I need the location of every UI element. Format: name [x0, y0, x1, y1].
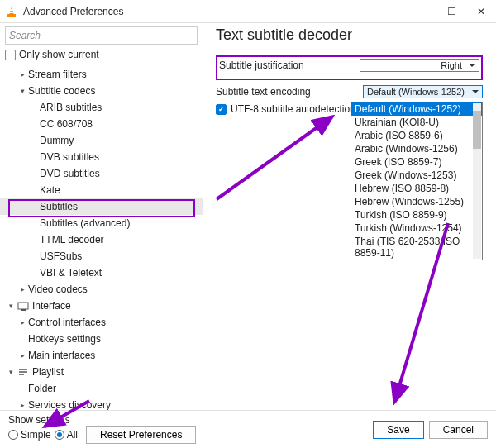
encoding-option[interactable]: Thai (TIS 620-2533/ISO 8859-11) [351, 235, 482, 260]
tree-item-label: Dummy [40, 135, 74, 146]
svg-rect-1 [7, 14, 16, 17]
autodetect-label: UTF-8 subtitle autodetection [231, 103, 355, 115]
svg-rect-4 [18, 303, 28, 309]
tree-item-label: USFSubs [40, 250, 82, 262]
save-button[interactable]: Save [373, 421, 423, 439]
chevron-right-icon: ▸ [17, 285, 28, 293]
encoding-option[interactable]: Turkish (ISO 8859-9) [351, 208, 482, 222]
tree-item-label: VBI & Teletext [40, 267, 102, 279]
chevron-right-icon: ▸ [17, 351, 28, 360]
tree-item-hotkeys-settings[interactable]: Hotkeys settings [0, 331, 203, 347]
tree-item-folder[interactable]: Folder [0, 380, 203, 397]
tree-item-label: Subtitle codecs [28, 85, 95, 97]
tree-item-video-codecs[interactable]: ▸Video codecs [0, 281, 203, 298]
encoding-option[interactable]: Ukrainian (KOI8-U) [351, 116, 482, 129]
window-title: Advanced Preferences [23, 6, 407, 17]
checkbox-checked-icon: ✓ [216, 104, 227, 115]
svg-rect-3 [10, 12, 14, 13]
encoding-option[interactable]: Greek (ISO 8859-7) [351, 155, 482, 169]
svg-rect-5 [21, 309, 26, 311]
vlc-icon [5, 5, 18, 18]
justification-label: Subtitle justification [219, 60, 353, 71]
tree-item-label: Hotkeys settings [28, 333, 101, 345]
tree-item-vbi-teletext[interactable]: VBI & Teletext [0, 265, 203, 281]
tree-item-label: Stream filters [28, 69, 87, 80]
maximize-button[interactable]: ☐ [436, 0, 466, 23]
tree-item-cc-608-708[interactable]: CC 608/708 [0, 116, 203, 132]
justification-highlight: Subtitle justification Right [216, 55, 483, 80]
bottom-bar: Show settings Simple All Reset Preferenc… [0, 410, 496, 448]
tree-item-label: Control interfaces [28, 317, 106, 328]
minimize-button[interactable]: — [407, 0, 436, 23]
tree-item-usfsubs[interactable]: USFSubs [0, 248, 203, 265]
tree-item-subtitles-advanced-[interactable]: Subtitles (advanced) [0, 215, 203, 231]
chevron-right-icon: ▸ [17, 70, 28, 79]
chevron-right-icon: ▸ [17, 401, 28, 409]
encoding-label: Subtitle text encoding [216, 86, 356, 98]
tree-item-kate[interactable]: Kate [0, 182, 203, 198]
chevron-right-icon: ▸ [17, 318, 28, 326]
checkbox-icon: ✓ [5, 50, 16, 60]
tree-item-playlist[interactable]: ▾Playlist [0, 364, 203, 380]
tree-item-label: Playlist [32, 366, 64, 378]
only-show-current-checkbox[interactable]: ✓ [5, 50, 16, 60]
dropdown-scroll-thumb[interactable] [473, 111, 481, 149]
tree-item-arib-subtitles[interactable]: ARIB subtitles [0, 99, 203, 116]
panel-title: Text subtitle decoder [216, 26, 483, 44]
autodetect-checkbox[interactable]: ✓ UTF-8 subtitle autodetection [216, 103, 355, 115]
encoding-select[interactable]: Default (Windows-1252) [363, 85, 483, 98]
encoding-option[interactable]: Arabic (ISO 8859-6) [351, 129, 482, 142]
justification-select[interactable]: Right [360, 59, 479, 72]
encoding-option[interactable]: Hebrew (Windows-1255) [351, 195, 482, 208]
all-radio[interactable]: All [55, 429, 78, 441]
search-input[interactable]: Search [5, 26, 198, 45]
tree-item-label: DVD subtitles [40, 168, 100, 179]
tree-item-label: Folder [28, 383, 56, 394]
tree-item-dummy[interactable]: Dummy [0, 132, 203, 149]
simple-radio[interactable]: Simple [8, 429, 51, 441]
preferences-tree[interactable]: ▸Stream filters▾Subtitle codecsARIB subt… [0, 64, 203, 410]
tree-item-services-discovery[interactable]: ▸Services discovery [0, 397, 203, 410]
tree-item-label: ARIB subtitles [40, 102, 102, 113]
tree-item-label: Video codecs [28, 284, 88, 295]
tree-item-dvb-subtitles[interactable]: DVB subtitles [0, 149, 203, 165]
chevron-down-icon: ▾ [5, 368, 17, 376]
tree-item-subtitle-codecs[interactable]: ▾Subtitle codecs [0, 83, 203, 99]
encoding-option[interactable]: Greek (Windows-1253) [351, 169, 482, 182]
chevron-down-icon: ▾ [17, 87, 28, 95]
titlebar: Advanced Preferences — ☐ ✕ [0, 0, 496, 23]
tree-item-label: Main interfaces [28, 350, 95, 361]
tree-item-dvd-subtitles[interactable]: DVD subtitles [0, 165, 203, 182]
cancel-button[interactable]: Cancel [429, 421, 488, 439]
only-show-current-label: Only show current [19, 49, 99, 60]
tree-item-label: Kate [40, 184, 60, 196]
encoding-option[interactable]: Turkish (Windows-1254) [351, 222, 482, 235]
tree-item-stream-filters[interactable]: ▸Stream filters [0, 66, 203, 83]
tree-item-control-interfaces[interactable]: ▸Control interfaces [0, 314, 203, 331]
tree-item-ttml-decoder[interactable]: TTML decoder [0, 231, 203, 248]
encoding-dropdown[interactable]: Default (Windows-1252)Ukrainian (KOI8-U)… [351, 102, 483, 260]
encoding-option[interactable]: Arabic (Windows-1256) [351, 142, 482, 155]
tree-item-label: DVB subtitles [40, 151, 99, 163]
tree-item-label: Interface [32, 300, 71, 312]
tree-item-interface[interactable]: ▾Interface [0, 298, 203, 314]
tree-item-label: Subtitles (advanced) [40, 217, 130, 229]
playlist-icon [17, 365, 30, 379]
close-button[interactable]: ✕ [466, 0, 496, 23]
encoding-option[interactable]: Hebrew (ISO 8859-8) [351, 182, 482, 195]
tree-item-main-interfaces[interactable]: ▸Main interfaces [0, 347, 203, 364]
show-settings-label: Show settings [8, 414, 70, 426]
tree-item-label: CC 608/708 [40, 118, 93, 130]
encoding-option[interactable]: Default (Windows-1252) [351, 102, 482, 116]
sidebar: Search ✓ Only show current ▸Stream filte… [0, 23, 203, 410]
tree-item-label: TTML decoder [40, 234, 104, 245]
chevron-down-icon: ▾ [5, 302, 17, 310]
tree-item-label: Services discovery [28, 399, 111, 410]
interface-icon [17, 299, 30, 312]
settings-panel: Text subtitle decoder Subtitle justifica… [203, 23, 496, 410]
svg-rect-2 [10, 9, 13, 11]
tree-item-subtitles[interactable]: Subtitles [0, 198, 203, 215]
reset-preferences-button[interactable]: Reset Preferences [86, 426, 196, 444]
tree-item-label: Subtitles [40, 201, 78, 212]
